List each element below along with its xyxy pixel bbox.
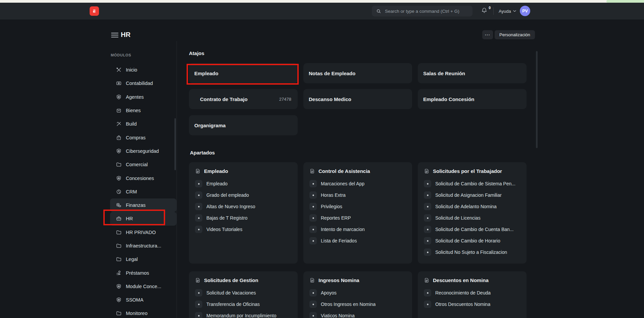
sidebar-item-label: Legal [126,257,138,262]
shortcut-salas-de-reunion[interactable]: Salas de Reunión [418,63,527,83]
shortcut-notas-de-empleado[interactable]: Notas de Empleado [303,63,412,83]
hand-coin-icon [116,270,121,276]
app-logo[interactable] [90,6,99,16]
section-card-solicitudes-por-el-trabajador: Solicitudes por el Trabajador Solicitud … [418,162,527,264]
global-search[interactable] [372,6,473,16]
dot-bullet-icon [309,226,317,233]
section-link-item[interactable]: Transferencia de Oficinas [195,299,292,310]
app-navbar: 0 Ayuda PV [0,3,644,19]
sidebar-item-finanzas[interactable]: Finanzas [110,198,177,212]
shortcuts-heading: Atajos [189,50,204,56]
file-text-icon [309,277,315,283]
sidebar-item-hr-privado[interactable]: HR PRIVADO [110,226,177,239]
section-link-item[interactable]: Solicitud de Licencias [424,212,521,224]
section-link-item[interactable]: Solicitud de Cambio de Sistema Pen... [424,178,521,189]
section-link-item[interactable]: Solicitud de Adelanto Nomina [424,201,521,212]
section-link-label: Marcaciones del App [321,181,364,186]
sidebar-item-ssoma[interactable]: SSOMA [110,293,177,307]
dot-bullet-icon [309,237,317,244]
sidebar-item-inicio[interactable]: Inicio [110,63,177,77]
section-link-label: Altas de Nuevo Ingreso [206,204,255,209]
section-link-item[interactable]: Otros Ingresos en Nomina [309,299,406,310]
section-link-item[interactable]: Solicitud de Asignacion Familiar [424,189,521,201]
section-link-item[interactable]: Empleado [195,178,292,189]
sidebar-item-compras[interactable]: Compras [110,131,177,144]
section-link-item[interactable]: Solicitud No Sujeto a Fiscalizacion [424,246,521,258]
shortcut-label: Contrato de Trabajo [200,96,248,102]
section-card-control-de-asistencia: Control de Asistencia Marcaciones del Ap… [303,162,412,264]
sidebar-toggle-button[interactable] [111,33,118,38]
section-link-item[interactable]: Intento de marcacion [309,224,406,235]
section-link-item[interactable]: Horas Extra [309,189,406,201]
section-link-label: Transferencia de Oficinas [206,302,260,307]
section-card-empleado: Empleado Empleado Grado del empleado Alt… [189,162,298,264]
sidebar-item-contabilidad[interactable]: Contabilidad [110,77,177,90]
bag-icon [116,108,121,113]
sidebar-item-agentes[interactable]: Agentes [110,90,177,104]
file-text-icon [195,277,200,283]
section-card-title: Solicitudes por el Trabajador [433,168,502,174]
section-link-item[interactable]: Viaticos Nomina [309,310,406,318]
help-menu[interactable]: Ayuda [499,8,516,14]
sidebar-item-concesiones[interactable]: Concesiones [110,171,177,185]
section-link-item[interactable]: Apoyos [309,287,406,299]
sidebar-item-legal[interactable]: Legal [110,253,177,266]
notifications-button[interactable]: 0 [481,7,489,15]
section-link-item[interactable]: Solicitud de Cambio de Cuenta Ban... [424,224,521,235]
erpnext-logo-icon [92,8,97,14]
section-link-item[interactable]: Marcaciones del App [309,178,406,189]
sidebar-item-hr[interactable]: HR [110,212,177,225]
sidebar-item-comercial[interactable]: Comercial [110,158,177,171]
dot-bullet-icon [309,289,317,297]
section-link-label: Solicitud de Cambio de Cuenta Ban... [435,227,513,232]
shortcut-descanso-medico[interactable]: Descanso Medico [303,89,412,109]
sidebar-item-prestamos[interactable]: Préstamos [110,266,177,279]
personalize-button[interactable]: Personalización [495,30,535,39]
shortcut-organigrama[interactable]: Organigrama [189,115,298,135]
section-link-item[interactable]: Privilegios [309,201,406,212]
section-link-label: Solicitud de Cambio de Sistema Pen... [435,181,515,186]
shortcut-empleado-concesion[interactable]: Empleado Concesión [418,89,527,109]
sidebar-item-label: Agentes [126,94,144,100]
sections-heading: Apartados [190,150,215,155]
avatar[interactable]: PV [520,6,530,16]
sidebar-item-ciberseguridad[interactable]: Ciberseguridad [110,144,177,158]
sidebar-item-label: Infraestructura... [126,243,161,248]
dot-bullet-icon [309,203,317,210]
shortcut-empleado[interactable]: Empleado [189,63,298,83]
sidebar-item-crm[interactable]: CRM [110,185,177,198]
section-link-item[interactable]: Solicitud de Vacaciones [195,287,292,299]
sidebar-item-label: Comercial [126,162,148,167]
section-link-item[interactable]: Lista de Feriados [309,235,406,246]
section-link-item[interactable]: Reconocimiento de Deuda [424,287,521,299]
avatar-initials: PV [522,9,528,13]
section-link-item[interactable]: Bajas de T Registro [195,212,292,224]
section-link-item[interactable]: Videos Tutoriales [195,224,292,235]
section-link-label: Lista de Feriados [321,238,357,243]
sidebar-item-label: SSOMA [126,297,143,303]
search-input[interactable] [384,8,468,14]
section-link-item[interactable]: Solicitud de Cambio de Horario [424,235,521,246]
main-scrollbar-thumb[interactable] [536,51,538,148]
section-link-item[interactable]: Otros Descuentos Nomina [424,299,521,310]
sidebar-item-module-conce[interactable]: Module Conce... [110,280,177,293]
shortcut-count: 27478 [279,97,292,102]
section-link-label: Reconocimiento de Deuda [435,290,491,296]
sidebar-item-build[interactable]: Build [110,117,177,131]
section-link-item[interactable]: Altas de Nuevo Ingreso [195,201,292,212]
shortcut-label: Descanso Medico [309,96,351,102]
section-link-item[interactable]: Grado del empleado [195,189,292,201]
sidebar-item-bienes[interactable]: Bienes [110,104,177,117]
sidebar-item-monitoreo[interactable]: Monitoreo [110,307,177,318]
purchase-bag-icon [116,135,121,140]
sidebar-item-infraestructura[interactable]: Infraestructura... [110,239,177,253]
shortcut-contrato-de-trabajo[interactable]: Contrato de Trabajo27478 [189,89,298,109]
section-link-item[interactable]: Memorandum por Incumplimiento [195,310,292,318]
sidebar-scrollbar-thumb[interactable] [175,118,176,170]
more-options-button[interactable]: ··· [482,30,493,39]
section-link-item[interactable]: Reportes ERP [309,212,406,224]
sidebar-divider [177,41,177,318]
shortcut-label: Notas de Empleado [309,71,355,76]
top-progress-strip-segment [606,0,644,3]
folder-icon [116,257,121,262]
